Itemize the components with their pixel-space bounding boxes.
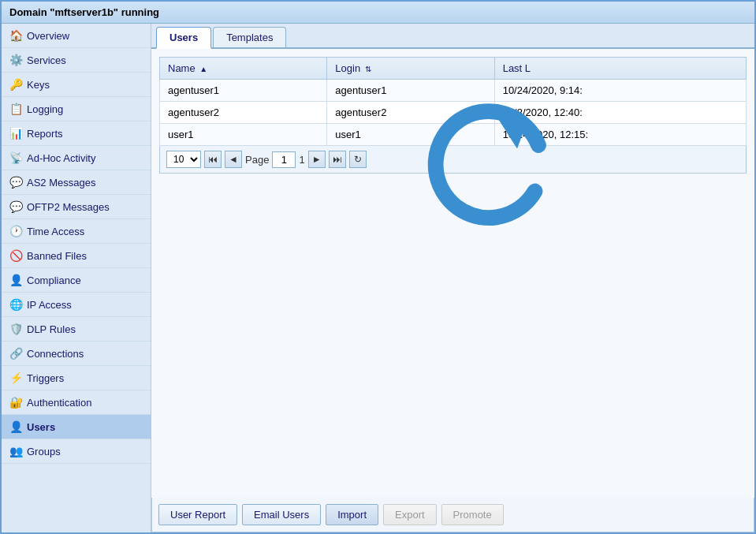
- user-report-button[interactable]: User Report: [158, 504, 237, 525]
- sidebar-label-triggers: Triggers: [27, 372, 64, 384]
- sidebar-item-triggers[interactable]: ⚡ Triggers: [2, 366, 151, 390]
- sidebar-label-users: Users: [27, 421, 55, 433]
- bannedfiles-icon: 🚫: [9, 249, 22, 262]
- sidebar-label-timeaccess: Time Access: [27, 226, 84, 237]
- sidebar-label-connections: Connections: [27, 348, 84, 360]
- sidebar: 🏠 Overview ⚙️ Services 🔑 Keys 📋 Logging …: [2, 24, 151, 532]
- sidebar-item-services[interactable]: ⚙️ Services: [2, 48, 151, 73]
- page-label: Page: [245, 154, 269, 166]
- tab-templates[interactable]: Templates: [213, 27, 286, 47]
- table-row[interactable]: agentuser1agentuser110/24/2020, 9:14:: [160, 80, 747, 102]
- main-window: Domain "mftserver1b" running 🏠 Overview …: [0, 0, 756, 534]
- users-icon: 👤: [9, 420, 22, 433]
- triggers-icon: ⚡: [9, 372, 22, 384]
- sidebar-label-compliance: Compliance: [27, 274, 81, 286]
- export-button[interactable]: Export: [383, 504, 437, 525]
- prev-page-btn[interactable]: ◄: [225, 151, 242, 168]
- ipaccess-icon: 🌐: [9, 298, 22, 311]
- login-sort-icon: ⇅: [365, 65, 371, 73]
- sidebar-label-authentication: Authentication: [27, 397, 91, 409]
- authentication-icon: 🔐: [9, 396, 22, 409]
- sidebar-label-bannedfiles: Banned Files: [27, 250, 87, 262]
- per-page-select[interactable]: 10 25 50: [166, 151, 201, 168]
- pagination-bar: 10 25 50 ⏮ ◄ Page 1 ► ⏭ ↻: [159, 146, 747, 174]
- sidebar-label-overview: Overview: [27, 30, 69, 42]
- col-header-lastlogin[interactable]: Last L: [494, 58, 746, 80]
- tab-bar: Users Templates: [151, 24, 754, 49]
- sidebar-label-oftp2: OFTP2 Messages: [27, 201, 110, 213]
- page-input[interactable]: [272, 151, 296, 168]
- sidebar-label-dlprules: DLP Rules: [27, 323, 76, 335]
- sidebar-label-ipaccess: IP Access: [27, 299, 72, 311]
- users-table: Name ▲ Login ⇅ Last L: [159, 57, 747, 146]
- sidebar-label-keys: Keys: [27, 79, 50, 91]
- sidebar-label-logging: Logging: [27, 103, 63, 115]
- services-icon: ⚙️: [9, 54, 22, 66]
- col-header-login[interactable]: Login ⇅: [327, 58, 494, 80]
- sidebar-label-reports: Reports: [27, 128, 63, 140]
- page-total: 1: [299, 154, 304, 166]
- sidebar-item-dlprules[interactable]: 🛡️ DLP Rules: [2, 317, 151, 342]
- last-page-btn[interactable]: ⏭: [329, 151, 346, 168]
- cell-name: agentuser1: [160, 80, 327, 102]
- tab-templates-label: Templates: [226, 32, 273, 43]
- next-page-btn[interactable]: ►: [308, 151, 326, 168]
- sidebar-label-services: Services: [27, 54, 66, 66]
- import-button[interactable]: Import: [326, 504, 378, 525]
- sidebar-label-adhoc: Ad-Hoc Activity: [27, 152, 95, 164]
- cell-name: agentuser2: [160, 102, 327, 124]
- sidebar-item-overview[interactable]: 🏠 Overview: [2, 24, 151, 48]
- content-area: Name ▲ Login ⇅ Last L: [151, 49, 754, 498]
- sidebar-label-as2: AS2 Messages: [27, 177, 95, 189]
- overview-icon: 🏠: [9, 29, 22, 42]
- sidebar-label-groups: Groups: [27, 446, 61, 457]
- sidebar-item-oftp2[interactable]: 💬 OFTP2 Messages: [2, 195, 151, 219]
- sidebar-item-as2[interactable]: 💬 AS2 Messages: [2, 170, 151, 195]
- tab-users-label: Users: [169, 32, 198, 43]
- sidebar-item-logging[interactable]: 📋 Logging: [2, 97, 151, 121]
- groups-icon: 👥: [9, 445, 22, 457]
- cell-lastlogin: 10/24/2020, 9:14:: [494, 80, 746, 102]
- sidebar-item-authentication[interactable]: 🔐 Authentication: [2, 390, 151, 415]
- sidebar-item-ipaccess[interactable]: 🌐 IP Access: [2, 293, 151, 317]
- cell-name: user1: [160, 124, 327, 146]
- dlprules-icon: 🛡️: [9, 323, 22, 335]
- sidebar-item-adhoc[interactable]: 📡 Ad-Hoc Activity: [2, 146, 151, 170]
- refresh-btn[interactable]: ↻: [349, 151, 367, 168]
- window-title: Domain "mftserver1b" running: [9, 6, 159, 18]
- sidebar-item-bannedfiles[interactable]: 🚫 Banned Files: [2, 244, 151, 268]
- keys-icon: 🔑: [9, 78, 22, 91]
- sidebar-item-users[interactable]: 👤 Users: [2, 415, 151, 439]
- sidebar-item-connections[interactable]: 🔗 Connections: [2, 342, 151, 366]
- timeaccess-icon: 🕐: [9, 225, 22, 237]
- sidebar-item-keys[interactable]: 🔑 Keys: [2, 73, 151, 97]
- action-bar: User Report Email Users Import Export Pr…: [151, 498, 754, 532]
- sidebar-item-timeaccess[interactable]: 🕐 Time Access: [2, 219, 151, 244]
- cell-login: agentuser1: [327, 80, 494, 102]
- reports-icon: 📊: [9, 127, 22, 140]
- email-users-button[interactable]: Email Users: [242, 504, 321, 525]
- name-sort-icon: ▲: [199, 65, 207, 73]
- sidebar-item-compliance[interactable]: 👤 Compliance: [2, 268, 151, 293]
- main-content: 🏠 Overview ⚙️ Services 🔑 Keys 📋 Logging …: [2, 24, 754, 532]
- title-bar: Domain "mftserver1b" running: [2, 2, 754, 24]
- sidebar-item-reports[interactable]: 📊 Reports: [2, 121, 151, 146]
- sidebar-item-groups[interactable]: 👥 Groups: [2, 439, 151, 464]
- cell-login: user1: [327, 124, 494, 146]
- as2-icon: 💬: [9, 176, 22, 189]
- col-header-name[interactable]: Name ▲: [160, 58, 327, 80]
- cell-login: agentuser2: [327, 102, 494, 124]
- cell-lastlogin: 10/24/2020, 12:15:: [494, 124, 746, 146]
- table-row[interactable]: user1user110/24/2020, 12:15:: [160, 124, 747, 146]
- connections-icon: 🔗: [9, 347, 22, 360]
- right-panel: Users Templates Name ▲: [151, 24, 754, 532]
- cell-lastlogin: 10/8/2020, 12:40:: [494, 102, 746, 124]
- first-page-btn[interactable]: ⏮: [204, 151, 222, 168]
- compliance-icon: 👤: [9, 274, 22, 286]
- oftp2-icon: 💬: [9, 200, 22, 213]
- table-row[interactable]: agentuser2agentuser210/8/2020, 12:40:: [160, 102, 747, 124]
- logging-icon: 📋: [9, 103, 22, 115]
- adhoc-icon: 📡: [9, 151, 22, 164]
- tab-users[interactable]: Users: [156, 27, 211, 49]
- promote-button[interactable]: Promote: [441, 504, 504, 525]
